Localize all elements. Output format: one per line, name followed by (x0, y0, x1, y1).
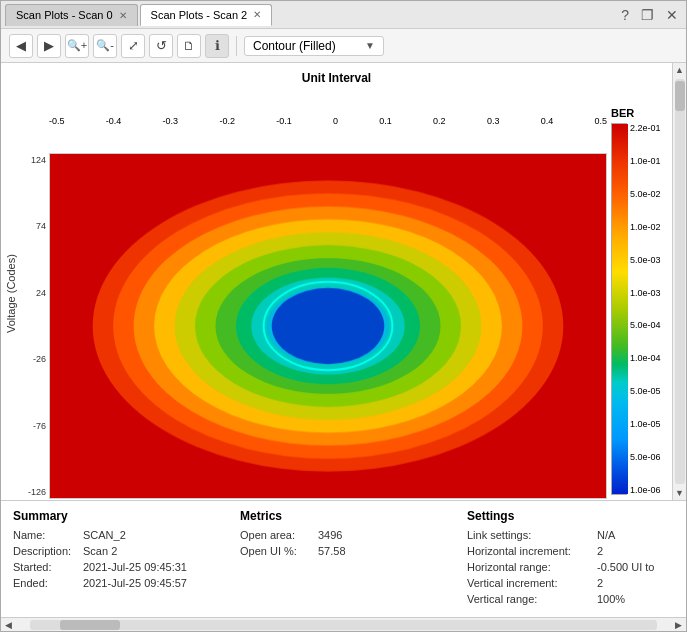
scroll-left-button[interactable]: ◀ (1, 618, 16, 632)
settings-row-vrange: Vertical range: 100% (467, 593, 674, 605)
window-controls: ? ❐ ✕ (617, 5, 682, 25)
colorbar-area: BER 2.2e-01 1.0e-01 5.0e-02 1.0e-02 5.0e… (607, 89, 672, 499)
help-button[interactable]: ? (617, 5, 633, 25)
tab-scan0-label: Scan Plots - Scan 0 (16, 9, 113, 21)
restore-button[interactable]: ❐ (637, 5, 658, 25)
toolbar-separator (236, 36, 237, 56)
summary-row-desc: Description: Scan 2 (13, 545, 220, 557)
tab-scan2-close[interactable]: ✕ (253, 9, 261, 20)
title-bar: Scan Plots - Scan 0 ✕ Scan Plots - Scan … (1, 1, 686, 29)
chart-type-label: Contour (Filled) (253, 39, 336, 53)
metrics-col: Metrics Open area: 3496 Open UI %: 57.58 (220, 509, 447, 609)
summary-section: Summary Name: SCAN_2 Description: Scan 2… (1, 500, 686, 617)
back-button[interactable]: ◀ (9, 34, 33, 58)
fit-button[interactable]: ⤢ (121, 34, 145, 58)
colorbar-label: BER (611, 107, 670, 119)
tab-scan2-label: Scan Plots - Scan 2 (151, 9, 248, 21)
settings-row-hincr: Horizontal increment: 2 (467, 545, 674, 557)
scroll-right-button[interactable]: ▶ (671, 618, 686, 632)
colorbar-ticks: 2.2e-01 1.0e-01 5.0e-02 1.0e-02 5.0e-03 … (627, 123, 661, 495)
forward-button[interactable]: ▶ (37, 34, 61, 58)
summary-row-started: Started: 2021-Jul-25 09:45:31 (13, 561, 220, 573)
y-ticks-labels: 124 74 24 -26 -76 -126 (21, 153, 49, 499)
info-button[interactable]: ℹ (205, 34, 229, 58)
x-axis-row: xxxxxx -0.5 -0.4 -0.3 -0.2 -0.1 0 0.1 0.… (21, 89, 607, 153)
bottom-scroll-track[interactable] (30, 620, 657, 630)
metrics-row-area: Open area: 3496 (240, 529, 447, 541)
colorbar-with-ticks: 2.2e-01 1.0e-01 5.0e-02 1.0e-02 5.0e-03 … (611, 123, 670, 495)
chart-title: Unit Interval (1, 71, 672, 85)
summary-row-ended: Ended: 2021-Jul-25 09:45:57 (13, 577, 220, 589)
zoom-in-button[interactable]: 🔍+ (65, 34, 89, 58)
metrics-row-ui: Open UI %: 57.58 (240, 545, 447, 557)
toolbar: ◀ ▶ 🔍+ 🔍- ⤢ ↺ 🗋 ℹ Contour (Filled) ▼ (1, 29, 686, 63)
x-ticks: -0.5 -0.4 -0.3 -0.2 -0.1 0 0.1 0.2 0.3 0… (49, 89, 607, 153)
metrics-heading: Metrics (240, 509, 447, 523)
chart-and-yticks: 124 74 24 -26 -76 -126 (21, 153, 607, 499)
chart-type-dropdown[interactable]: Contour (Filled) ▼ (244, 36, 384, 56)
plot-area: Unit Interval Voltage (Codes) xxxxxx -0.… (1, 63, 686, 500)
dropdown-arrow-icon: ▼ (357, 40, 375, 51)
tab-scan0[interactable]: Scan Plots - Scan 0 ✕ (5, 4, 138, 26)
eye-diagram-canvas (50, 154, 606, 498)
summary-col: Summary Name: SCAN_2 Description: Scan 2… (13, 509, 220, 609)
tab-scan2[interactable]: Scan Plots - Scan 2 ✕ (140, 4, 273, 26)
chart-body: xxxxxx -0.5 -0.4 -0.3 -0.2 -0.1 0 0.1 0.… (21, 89, 607, 499)
colorbar-gradient (611, 123, 627, 495)
horizontal-scrollbar[interactable]: ◀ ▶ (1, 617, 686, 631)
scroll-thumb[interactable] (675, 81, 685, 111)
close-button[interactable]: ✕ (662, 5, 682, 25)
y-axis-label: Voltage (Codes) (1, 89, 21, 499)
settings-row-hrange: Horizontal range: -0.500 UI to (467, 561, 674, 573)
scroll-up-button[interactable]: ▲ (673, 63, 686, 77)
settings-col: Settings Link settings: N/A Horizontal i… (447, 509, 674, 609)
scroll-down-button[interactable]: ▼ (673, 486, 686, 500)
vertical-scrollbar[interactable]: ▲ ▼ (672, 63, 686, 500)
chart-inner: Voltage (Codes) xxxxxx -0.5 -0.4 -0.3 -0… (1, 89, 672, 499)
tab-scan0-close[interactable]: ✕ (119, 10, 127, 21)
scroll-track[interactable] (675, 79, 685, 484)
export-button[interactable]: 🗋 (177, 34, 201, 58)
zoom-out-button[interactable]: 🔍- (93, 34, 117, 58)
summary-row-name: Name: SCAN_2 (13, 529, 220, 541)
settings-heading: Settings (467, 509, 674, 523)
summary-grid: Summary Name: SCAN_2 Description: Scan 2… (13, 509, 674, 609)
summary-heading: Summary (13, 509, 220, 523)
refresh-button[interactable]: ↺ (149, 34, 173, 58)
settings-row-vincr: Vertical increment: 2 (467, 577, 674, 589)
settings-row-link: Link settings: N/A (467, 529, 674, 541)
eye-diagram-canvas-wrap[interactable] (49, 153, 607, 499)
chart-container: Unit Interval Voltage (Codes) xxxxxx -0.… (1, 63, 672, 500)
bottom-scroll-thumb[interactable] (60, 620, 120, 630)
main-window: Scan Plots - Scan 0 ✕ Scan Plots - Scan … (0, 0, 687, 632)
